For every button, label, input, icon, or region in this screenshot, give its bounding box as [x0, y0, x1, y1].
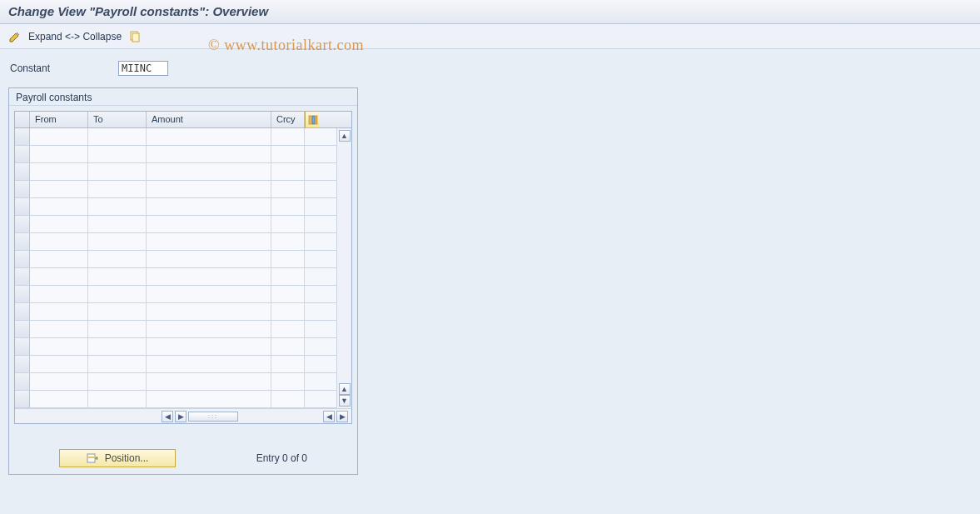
cell-amount[interactable]: [147, 286, 271, 302]
cell-from[interactable]: [30, 181, 88, 197]
cell-to[interactable]: [88, 373, 147, 390]
cell-crcy[interactable]: [271, 391, 305, 407]
table-row[interactable]: [15, 356, 336, 373]
cell-amount[interactable]: [147, 146, 271, 162]
cell-to[interactable]: [88, 303, 147, 320]
row-selector[interactable]: [15, 198, 30, 215]
configure-columns-icon[interactable]: [305, 112, 320, 127]
cell-to[interactable]: [88, 163, 147, 180]
cell-amount[interactable]: [147, 373, 271, 390]
cell-from[interactable]: [30, 163, 88, 180]
cell-from[interactable]: [30, 198, 88, 215]
cell-to[interactable]: [88, 198, 147, 215]
cell-to[interactable]: [88, 268, 147, 285]
cell-amount[interactable]: [147, 251, 271, 267]
cell-crcy[interactable]: [271, 356, 305, 372]
row-selector[interactable]: [15, 356, 30, 372]
cell-to[interactable]: [88, 146, 147, 162]
cell-amount[interactable]: [147, 391, 271, 407]
table-row[interactable]: [15, 198, 336, 216]
cell-crcy[interactable]: [271, 321, 305, 337]
row-selector[interactable]: [15, 181, 30, 197]
scroll-left-icon[interactable]: ◀: [162, 411, 173, 422]
table-row[interactable]: [15, 268, 336, 286]
scroll-right-inner-icon[interactable]: ▶: [175, 411, 187, 422]
cell-crcy[interactable]: [271, 251, 305, 267]
cell-from[interactable]: [30, 356, 88, 372]
cell-crcy[interactable]: [271, 286, 305, 302]
scroll-up-icon[interactable]: ▲: [339, 130, 351, 142]
table-row[interactable]: [15, 146, 336, 163]
row-selector[interactable]: [15, 163, 30, 180]
hscroll-thumb[interactable]: :::: [188, 412, 238, 422]
row-selector[interactable]: [15, 303, 30, 320]
cell-amount[interactable]: [147, 303, 271, 320]
cell-amount[interactable]: [147, 268, 271, 285]
row-selector[interactable]: [15, 251, 30, 267]
cell-to[interactable]: [88, 181, 147, 197]
cell-from[interactable]: [30, 391, 88, 407]
cell-from[interactable]: [30, 216, 88, 232]
cell-amount[interactable]: [147, 198, 271, 215]
cell-from[interactable]: [30, 303, 88, 320]
row-selector[interactable]: [15, 338, 30, 355]
cell-to[interactable]: [88, 251, 147, 267]
cell-to[interactable]: [88, 321, 147, 337]
cell-amount[interactable]: [147, 321, 271, 337]
table-row[interactable]: [15, 128, 336, 146]
row-selector[interactable]: [15, 233, 30, 250]
cell-from[interactable]: [30, 286, 88, 302]
cell-to[interactable]: [88, 233, 147, 250]
row-selector[interactable]: [15, 216, 30, 232]
cell-from[interactable]: [30, 128, 88, 145]
position-button[interactable]: Position...: [59, 449, 176, 467]
table-row[interactable]: [15, 303, 336, 321]
row-selector[interactable]: [15, 286, 30, 302]
table-row[interactable]: [15, 321, 336, 338]
scroll-right-icon[interactable]: ▶: [336, 411, 348, 422]
cell-crcy[interactable]: [271, 128, 305, 145]
cell-amount[interactable]: [147, 181, 271, 197]
cell-amount[interactable]: [147, 233, 271, 250]
cell-amount[interactable]: [147, 338, 271, 355]
table-row[interactable]: [15, 216, 336, 233]
cell-amount[interactable]: [147, 128, 271, 145]
cell-crcy[interactable]: [271, 181, 305, 197]
cell-from[interactable]: [30, 268, 88, 285]
column-header-crcy[interactable]: Crcy: [271, 112, 305, 127]
cell-from[interactable]: [30, 338, 88, 355]
row-selector[interactable]: [15, 268, 30, 285]
cell-from[interactable]: [30, 373, 88, 390]
cell-crcy[interactable]: [271, 163, 305, 180]
row-selector[interactable]: [15, 128, 30, 145]
cell-from[interactable]: [30, 146, 88, 162]
cell-amount[interactable]: [147, 163, 271, 180]
cell-crcy[interactable]: [271, 233, 305, 250]
cell-to[interactable]: [88, 338, 147, 355]
cell-to[interactable]: [88, 286, 147, 302]
cell-crcy[interactable]: [271, 216, 305, 232]
cell-amount[interactable]: [147, 216, 271, 232]
cell-from[interactable]: [30, 233, 88, 250]
scroll-down-small-icon[interactable]: ▲: [339, 383, 351, 395]
row-selector[interactable]: [15, 321, 30, 337]
cell-to[interactable]: [88, 216, 147, 232]
horizontal-scrollbar[interactable]: ◀ ▶ ::: ◀ ▶: [15, 408, 351, 423]
cell-from[interactable]: [30, 321, 88, 337]
change-icon[interactable]: [8, 30, 22, 43]
cell-crcy[interactable]: [271, 303, 305, 320]
vertical-scrollbar[interactable]: ▲ ▲ ▼: [336, 128, 351, 408]
copy-icon[interactable]: [128, 30, 142, 43]
cell-from[interactable]: [30, 251, 88, 267]
column-header-amount[interactable]: Amount: [147, 112, 271, 127]
cell-crcy[interactable]: [271, 338, 305, 355]
column-header-to[interactable]: To: [88, 112, 147, 127]
cell-crcy[interactable]: [271, 268, 305, 285]
table-row[interactable]: [15, 338, 336, 356]
select-all-corner[interactable]: [15, 112, 30, 127]
table-row[interactable]: [15, 251, 336, 268]
expand-collapse-button[interactable]: Expand <-> Collapse: [28, 31, 122, 42]
cell-to[interactable]: [88, 391, 147, 407]
table-row[interactable]: [15, 373, 336, 391]
table-row[interactable]: [15, 391, 336, 408]
